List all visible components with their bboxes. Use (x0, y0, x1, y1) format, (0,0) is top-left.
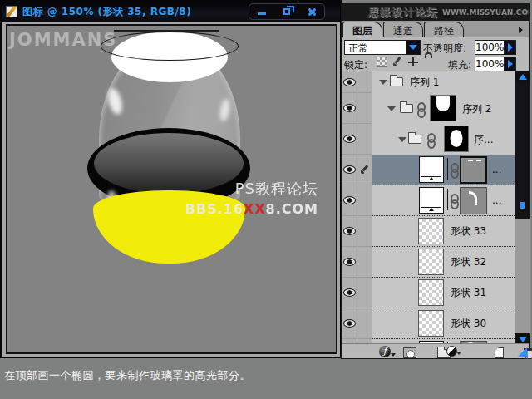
layer-row-group3[interactable]: 序... (342, 124, 515, 155)
minimize-button[interactable] (255, 6, 268, 17)
layer-name[interactable]: 序列 2 (462, 101, 491, 116)
visibility-toggle[interactable] (342, 155, 357, 185)
layer-name[interactable]: 形状 30 (451, 317, 486, 331)
visibility-toggle[interactable] (342, 247, 357, 278)
layer-row-shape34[interactable]: ... (342, 185, 515, 216)
fill-field[interactable]: 100% (475, 57, 516, 71)
restore-button[interactable] (280, 6, 293, 17)
eye-icon (343, 288, 356, 297)
link-cell[interactable] (357, 247, 372, 278)
group-mask-thumbnail[interactable] (444, 126, 469, 152)
layer-name[interactable]: 序... (474, 132, 493, 146)
link-cell[interactable] (357, 93, 372, 124)
opacity-field[interactable]: 100% (475, 40, 516, 55)
layer-name[interactable]: 序列 1 (410, 76, 439, 90)
eye-icon (343, 196, 356, 204)
close-button[interactable] (305, 6, 318, 17)
tab-paths[interactable]: 路径 (424, 22, 464, 37)
link-cell[interactable] (357, 185, 372, 216)
layer-thumbnail[interactable] (418, 249, 444, 275)
layer-thumbnail[interactable] (418, 310, 444, 337)
layer-name[interactable]: 形状 32 (451, 255, 486, 269)
layer-row-shape30[interactable]: 形状 30 (342, 308, 515, 339)
fill-slider-button[interactable] (504, 57, 515, 71)
layer-name[interactable]: ... (492, 164, 501, 175)
layer-row-group2[interactable]: 序列 2 (342, 93, 515, 124)
layer-name[interactable]: 形状 31 (451, 286, 486, 300)
document-title: 图标 @ 150% (形状 35, RGB/8) (22, 5, 191, 19)
chevron-right-icon (508, 43, 513, 52)
document-window: 图标 @ 150% (形状 35, RGB/8) JOMMANS (0, 0, 342, 358)
layer-row-shape32[interactable]: 形状 32 (342, 247, 515, 278)
visibility-toggle[interactable] (342, 124, 357, 155)
vector-mask-thumbnail[interactable] (460, 156, 487, 184)
scroll-up-icon (519, 74, 527, 80)
layer-row-shape31[interactable]: 形状 31 (342, 278, 515, 308)
dome-mask-shape (436, 96, 450, 111)
tab-channels[interactable]: 通道 (383, 22, 423, 37)
document-icon (6, 6, 17, 17)
eye-icon (343, 319, 356, 328)
link-cell[interactable] (357, 124, 372, 155)
forum-watermark-line1: PS教程论坛 (185, 179, 318, 199)
chevron-right-icon (508, 60, 513, 68)
visibility-toggle[interactable] (342, 278, 357, 308)
layer-thumbnail[interactable] (418, 279, 444, 306)
link-cell[interactable] (357, 308, 372, 339)
edit-state-cell[interactable] (357, 155, 372, 185)
blend-mode-dropdown-button[interactable] (406, 41, 420, 54)
fill-thumbnail[interactable] (419, 187, 444, 214)
link-cell[interactable] (357, 71, 372, 93)
eye-icon (343, 258, 356, 266)
eye-icon (343, 104, 356, 112)
tab-layers[interactable]: 图层 (342, 22, 382, 37)
panel-menu-icon[interactable] (519, 27, 523, 33)
layer-row-selected[interactable]: ... (342, 155, 515, 185)
panel-watermark-strip: 思缘设计论坛 www.missyuan.com (342, 4, 529, 21)
brush-icon (360, 165, 370, 175)
curve-mask-shape (469, 191, 477, 205)
add-mask-button[interactable] (403, 347, 416, 358)
vector-mask-thumbnail[interactable] (460, 187, 487, 214)
blend-mode-select[interactable]: 正常 (344, 40, 421, 55)
scroll-up-button[interactable] (515, 71, 530, 82)
eye-icon (343, 227, 356, 235)
link-cell[interactable] (357, 216, 372, 247)
fill-thumbnail[interactable] (419, 156, 444, 183)
chevron-down-icon (409, 45, 417, 50)
expand-triangle-icon[interactable] (379, 80, 387, 85)
layer-row-group1[interactable]: 序列 1 (342, 71, 515, 93)
link-cell[interactable] (357, 278, 372, 308)
transparency-lock-icon[interactable] (377, 57, 387, 67)
layer-name[interactable]: ... (492, 195, 501, 206)
scrollbar-thumb[interactable] (515, 82, 530, 219)
canvas[interactable]: JOMMANS PS教程论坛 BBS.16XX8.COM (7, 26, 336, 352)
expand-triangle-icon[interactable] (387, 106, 396, 111)
visibility-toggle[interactable] (342, 71, 357, 93)
visibility-toggle[interactable] (342, 216, 357, 247)
document-titlebar[interactable]: 图标 @ 150% (形状 35, RGB/8) (2, 2, 340, 22)
adjustment-layer-button[interactable] (446, 346, 457, 357)
scroll-down-icon (519, 337, 527, 342)
restore-icon (283, 8, 290, 15)
layer-row-shape33[interactable]: 形状 33 (342, 216, 515, 247)
opacity-slider-button[interactable] (504, 41, 515, 54)
panel-watermark-title: 思缘设计论坛 (368, 5, 438, 20)
layer-style-button[interactable] (379, 346, 391, 357)
thumbnail-divider (447, 158, 448, 180)
layer-name[interactable]: 形状 33 (451, 224, 486, 239)
visibility-toggle[interactable] (342, 93, 357, 124)
layers-scrollbar[interactable] (515, 71, 530, 345)
group-mask-thumbnail[interactable] (430, 95, 456, 121)
fill-value: 100% (475, 57, 504, 71)
window-controls (249, 3, 325, 20)
folder-icon (400, 104, 413, 113)
resize-grip-icon[interactable] (518, 347, 527, 357)
new-layer-button[interactable] (495, 347, 504, 358)
visibility-toggle[interactable] (342, 185, 357, 216)
tutorial-caption: 在顶部画一个椭圆，要来制作玻璃罩的高光部分。 (4, 368, 251, 383)
visibility-toggle[interactable] (342, 308, 357, 339)
eye-icon (343, 165, 356, 174)
expand-triangle-icon[interactable] (398, 137, 406, 142)
layer-thumbnail[interactable] (418, 218, 444, 244)
